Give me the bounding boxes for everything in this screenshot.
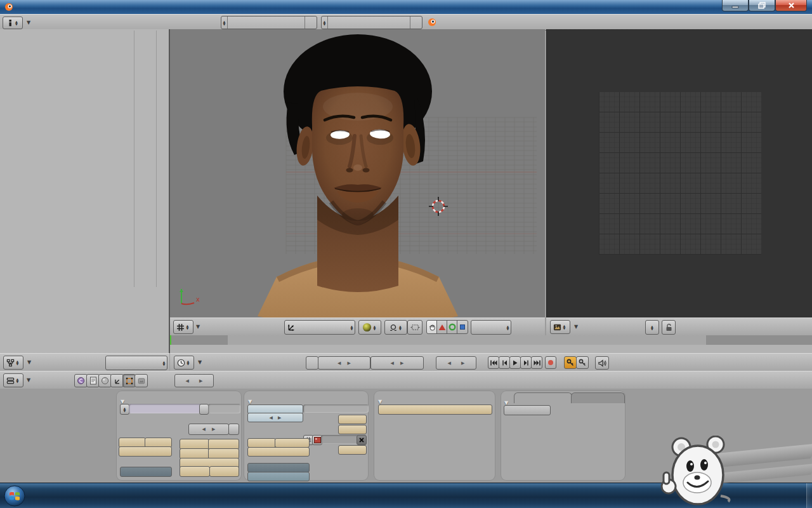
context-material-button[interactable]	[98, 374, 112, 387]
center-cursor-button[interactable]	[247, 447, 310, 457]
copy-group-button[interactable]	[119, 446, 172, 457]
context-editing-button[interactable]	[122, 374, 136, 387]
window-titlebar[interactable]	[0, 0, 812, 15]
menu-collapse-icon[interactable]: ▼	[198, 359, 202, 365]
menu-collapse-icon[interactable]: ▼	[27, 359, 31, 365]
3d-viewport-canvas[interactable]: x	[170, 29, 545, 318]
outliner-panel[interactable]	[0, 29, 170, 353]
object-name-field[interactable]	[208, 404, 240, 413]
current-frame-marker[interactable]	[170, 335, 171, 345]
screen-selector[interactable]: ▲▼	[221, 16, 317, 29]
play-button[interactable]	[509, 356, 521, 369]
editor-type-stepper[interactable]: ▲▼	[14, 20, 20, 25]
mesh-name-field[interactable]	[129, 404, 202, 413]
context-scene-button[interactable]	[86, 374, 100, 387]
uv-image-editor-canvas[interactable]	[546, 29, 812, 318]
scene-delete-x[interactable]	[410, 17, 422, 29]
manipulator-combo-toggle[interactable]	[457, 320, 468, 334]
context-shading-button[interactable]	[74, 374, 88, 387]
start-button[interactable]	[2, 484, 27, 508]
no-vnormal-flip-toggle[interactable]	[247, 472, 310, 481]
autotexspace-toggle[interactable]	[120, 467, 172, 477]
editor-type-stepper[interactable]: ▲▼	[15, 378, 20, 383]
menu-collapse-icon[interactable]: ▼	[27, 377, 30, 383]
current-frame-field[interactable]: ◀▶	[436, 356, 476, 370]
uv-lock-button[interactable]	[662, 320, 676, 335]
editor-type-button-buttons[interactable]: ▲▼	[3, 373, 23, 387]
tab-modifiers[interactable]	[514, 392, 572, 403]
jump-to-start-button[interactable]	[488, 356, 499, 369]
minimize-button[interactable]	[722, 0, 749, 11]
degr-field[interactable]: ◀▶	[247, 413, 303, 422]
editing-square-icon	[126, 377, 133, 385]
svg-text:x: x	[196, 296, 200, 303]
buttons-editor-icon	[6, 377, 15, 385]
material-index-field[interactable]: ◀▶	[188, 424, 229, 435]
mode-stepper[interactable]: ▲▼	[349, 325, 355, 330]
editor-type-button-outliner[interactable]: ▲▼	[3, 356, 23, 370]
buttons-frame-field[interactable]: ◀▶	[174, 374, 214, 387]
fake-user-button[interactable]	[199, 404, 209, 415]
orientation-stepper[interactable]: ▲▼	[505, 325, 511, 330]
pivot-stepper[interactable]: ▲▼	[398, 325, 403, 330]
pivot-dropdown[interactable]: ▲▼	[384, 320, 407, 335]
add-multires-button[interactable]	[378, 404, 492, 415]
editor-type-stepper[interactable]: ▲▼	[185, 324, 190, 330]
double-sided-toggle[interactable]	[247, 463, 310, 472]
draw-type-dropdown[interactable]: ▲▼	[358, 320, 381, 335]
editor-type-button-3dview[interactable]: ▲▼	[173, 320, 193, 334]
key-icon	[579, 359, 586, 366]
keying-set-button[interactable]	[576, 356, 589, 369]
material-help-button[interactable]	[228, 424, 239, 435]
draw-type-stepper[interactable]: ▲▼	[372, 325, 377, 330]
menu-collapse-icon[interactable]: ▼	[574, 324, 578, 330]
tab-shapes[interactable]	[571, 392, 625, 403]
editor-type-stepper[interactable]: ▲▼	[561, 324, 567, 330]
mute-audio-button[interactable]	[595, 356, 609, 370]
context-object-button[interactable]	[110, 374, 124, 387]
mode-dropdown[interactable]: ▲▼	[284, 320, 355, 335]
screen-delete-x[interactable]	[304, 17, 317, 29]
record-button[interactable]	[545, 356, 556, 369]
add-modifier-button[interactable]	[504, 405, 551, 415]
context-physics-button[interactable]	[134, 374, 148, 387]
texmesh-field[interactable]	[303, 404, 369, 413]
editor-type-button-timeline[interactable]: ▲▼	[174, 356, 194, 370]
set-smooth-button[interactable]	[180, 466, 210, 477]
uvtex-name-field[interactable]	[321, 435, 360, 444]
filter-stepper[interactable]: ▲▼	[161, 361, 167, 366]
center-button[interactable]	[247, 438, 276, 448]
image-browse-stepper[interactable]: ▲▼	[645, 320, 659, 335]
outliner-filter-dropdown[interactable]: ▲▼	[105, 356, 167, 370]
restore-button[interactable]	[749, 0, 775, 11]
auto-key-button[interactable]	[564, 356, 577, 369]
preview-toggle-button[interactable]	[306, 356, 318, 370]
scene-stepper[interactable]: ▲▼	[322, 17, 328, 29]
mesh-browse-stepper[interactable]: ▲▼	[120, 404, 129, 415]
start-frame-field[interactable]: ◀▶	[318, 356, 370, 370]
set-solid-button[interactable]	[209, 466, 239, 477]
editor-type-stepper[interactable]: ▲▼	[185, 360, 191, 365]
editor-type-stepper[interactable]: ▲▼	[15, 360, 20, 365]
moddingway-watermark	[652, 436, 812, 508]
menu-collapse-icon[interactable]: ▼	[27, 20, 30, 25]
center-new-button[interactable]	[275, 438, 310, 448]
sticky-delete-button[interactable]	[338, 415, 367, 424]
end-frame-field[interactable]: ◀▶	[370, 356, 424, 370]
jump-to-end-button[interactable]	[531, 356, 542, 369]
scene-selector[interactable]: ▲▼	[321, 16, 422, 29]
timeline-ruler[interactable]	[170, 335, 812, 353]
next-keyframe-button[interactable]	[520, 356, 532, 369]
lens-icon	[77, 377, 85, 385]
menu-collapse-icon[interactable]: ▼	[196, 324, 200, 330]
snap-proportional-button[interactable]	[407, 320, 422, 335]
uv-texture-new-button[interactable]	[338, 425, 367, 434]
prev-keyframe-button[interactable]	[499, 356, 510, 369]
editor-type-button-info[interactable]: ▲▼	[3, 17, 23, 29]
screen-stepper[interactable]: ▲▼	[221, 17, 228, 29]
editor-type-button-image[interactable]: ▲▼	[550, 320, 570, 334]
vertex-color-new-button[interactable]	[338, 445, 367, 455]
uvtex-delete-x-button[interactable]	[357, 435, 367, 445]
orientation-dropdown[interactable]: ▲▼	[471, 320, 511, 335]
close-button[interactable]	[775, 0, 807, 11]
